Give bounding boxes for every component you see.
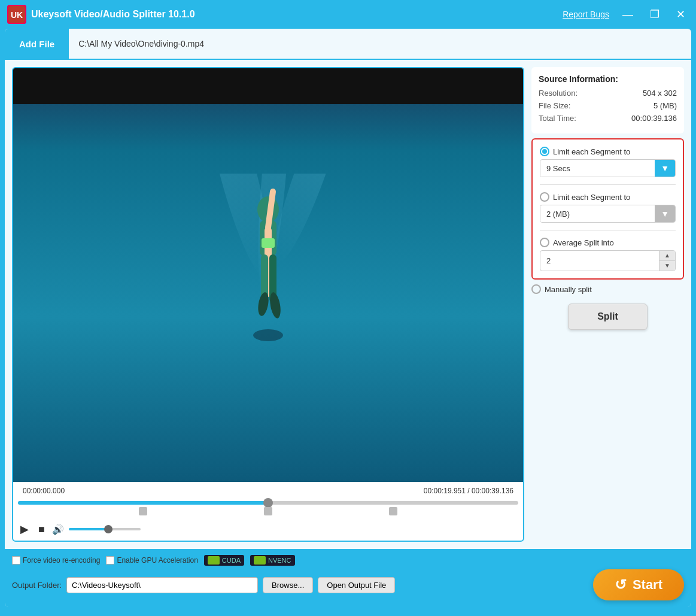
option-avg-label: Average Split into xyxy=(553,238,614,247)
radio-manual[interactable] xyxy=(531,284,541,294)
bottom-wrapper: Force video re-encoding Enable GPU Accel… xyxy=(5,549,691,606)
minimize-button[interactable]: — xyxy=(619,9,637,20)
time-total: 00:00:19.951 / 00:00:39.136 xyxy=(419,484,518,497)
option-time-label: Limit each Segment to xyxy=(553,147,630,156)
enable-gpu-text: Enable GPU Acceleration xyxy=(117,556,197,565)
time-select[interactable]: 9 Secs ▼ xyxy=(540,159,676,177)
seekbar-thumb[interactable] xyxy=(263,498,273,508)
filesize-value: 5 (MB) xyxy=(654,101,677,110)
start-button[interactable]: ↺ Start xyxy=(593,569,684,600)
resolution-label: Resolution: xyxy=(539,89,578,98)
resolution-row: Resolution: 504 x 302 xyxy=(539,89,677,98)
start-label: Start xyxy=(633,577,662,593)
title-bar-right: Report Bugs — ❐ ✕ xyxy=(563,9,689,20)
output-path-input[interactable] xyxy=(66,577,258,593)
options-panel: Limit each Segment to 9 Secs ▼ Limit eac… xyxy=(531,138,684,280)
time-select-value: 9 Secs xyxy=(540,160,655,177)
avg-spinner-btns: ▲ ▼ xyxy=(659,251,675,271)
avg-spin-up[interactable]: ▲ xyxy=(659,251,675,261)
app-icon: UK xyxy=(7,5,26,24)
radio-avg[interactable] xyxy=(540,238,549,247)
time-select-arrow[interactable]: ▼ xyxy=(655,160,675,177)
split-btn-container: Split xyxy=(531,304,684,330)
enable-gpu-label[interactable]: Enable GPU Acceleration xyxy=(106,556,197,565)
option-avg-label-row: Average Split into xyxy=(540,238,676,247)
size-select-value: 2 (MB) xyxy=(540,206,655,222)
right-panel: Source Information: Resolution: 504 x 30… xyxy=(531,67,684,542)
nvenc-icon xyxy=(254,556,266,565)
video-panel: 00:00:00.000 00:00:19.951 / 00:00:39.136… xyxy=(12,67,524,542)
volume-thumb[interactable] xyxy=(104,525,113,533)
volume-slider[interactable] xyxy=(69,528,141,530)
nvenc-badge: NVENC xyxy=(250,555,295,566)
divider-2 xyxy=(540,230,676,230)
svg-rect-13 xyxy=(262,238,275,248)
source-info-panel: Source Information: Resolution: 504 x 30… xyxy=(531,67,684,133)
force-video-label[interactable]: Force video re-encoding xyxy=(12,556,100,565)
split-markers xyxy=(18,507,518,517)
resolution-value: 504 x 302 xyxy=(643,89,677,98)
enable-gpu-checkbox[interactable] xyxy=(106,556,114,565)
option-avg-row: Average Split into 2 ▲ ▼ xyxy=(540,238,676,271)
force-video-checkbox[interactable] xyxy=(12,556,20,565)
toolbar: Add File C:\All My Video\One\diving-0.mp… xyxy=(5,29,691,60)
open-output-button[interactable]: Open Output File xyxy=(318,577,395,593)
cuda-icon xyxy=(208,556,220,565)
radio-time[interactable] xyxy=(540,147,549,156)
avg-spinner[interactable]: 2 ▲ ▼ xyxy=(540,250,676,271)
avg-spinner-value: 2 xyxy=(540,253,659,269)
force-video-text: Force video re-encoding xyxy=(23,556,100,565)
avg-spin-down[interactable]: ▼ xyxy=(659,261,675,271)
time-current: 00:00:00.000 xyxy=(18,484,69,497)
nvenc-label: NVENC xyxy=(268,557,291,564)
divider-1 xyxy=(540,184,676,185)
bottom-top-row: Force video re-encoding Enable GPU Accel… xyxy=(12,555,684,566)
svg-rect-16 xyxy=(255,557,265,564)
app-title: Ukeysoft Video/Audio Splitter 10.1.0 xyxy=(31,9,195,20)
svg-point-14 xyxy=(253,329,283,341)
play-button[interactable]: ▶ xyxy=(18,521,31,537)
seekbar-track[interactable] xyxy=(18,501,518,505)
size-select[interactable]: 2 (MB) ▼ xyxy=(540,205,676,223)
video-content xyxy=(178,174,358,377)
main-area: Add File C:\All My Video\One\diving-0.mp… xyxy=(5,29,691,606)
start-icon: ↺ xyxy=(615,576,627,593)
close-button[interactable]: ✕ xyxy=(673,9,689,20)
file-path: C:\All My Video\One\diving-0.mp4 xyxy=(69,39,214,48)
browse-button[interactable]: Browse... xyxy=(263,577,313,593)
time-row: 00:00:00.000 00:00:19.951 / 00:00:39.136 xyxy=(13,482,523,500)
seekbar-area xyxy=(13,500,523,518)
add-file-button[interactable]: Add File xyxy=(5,29,69,59)
volume-fill xyxy=(69,528,108,530)
totaltime-label: Total Time: xyxy=(539,114,576,123)
size-select-arrow[interactable]: ▼ xyxy=(655,205,675,222)
video-screen xyxy=(13,68,523,482)
restore-button[interactable]: ❐ xyxy=(646,9,663,20)
report-bugs-link[interactable]: Report Bugs xyxy=(563,10,609,19)
stop-button[interactable]: ■ xyxy=(36,522,47,537)
title-bar: UK Ukeysoft Video/Audio Splitter 10.1.0 … xyxy=(0,0,696,29)
output-folder-label: Output Folder: xyxy=(12,581,62,590)
split-marker-1[interactable] xyxy=(139,507,147,515)
radio-size[interactable] xyxy=(540,192,549,202)
bottom-out-row: Output Folder: Browse... Open Output Fil… xyxy=(12,569,684,600)
volume-icon: 🔊 xyxy=(52,524,64,535)
split-marker-2[interactable] xyxy=(264,507,272,515)
cuda-label: CUDA xyxy=(222,557,241,564)
content-row: 00:00:00.000 00:00:19.951 / 00:00:39.136… xyxy=(5,60,691,549)
option-time-label-row: Limit each Segment to xyxy=(540,147,676,156)
filesize-row: File Size: 5 (MB) xyxy=(539,101,677,110)
cuda-badge: CUDA xyxy=(204,555,244,566)
video-letterbox-top xyxy=(13,68,523,104)
source-info-title: Source Information: xyxy=(539,74,677,84)
totaltime-row: Total Time: 00:00:39.136 xyxy=(539,114,677,123)
manually-split-option: Manually split xyxy=(531,284,684,294)
split-button[interactable]: Split xyxy=(568,304,648,330)
option-time-row: Limit each Segment to 9 Secs ▼ xyxy=(540,147,676,177)
title-bar-left: UK Ukeysoft Video/Audio Splitter 10.1.0 xyxy=(7,5,195,24)
svg-text:UK: UK xyxy=(11,10,23,20)
option-size-label-row: Limit each Segment to xyxy=(540,192,676,202)
split-marker-3[interactable] xyxy=(389,507,397,515)
option-size-label: Limit each Segment to xyxy=(553,193,630,202)
svg-rect-15 xyxy=(209,557,218,564)
